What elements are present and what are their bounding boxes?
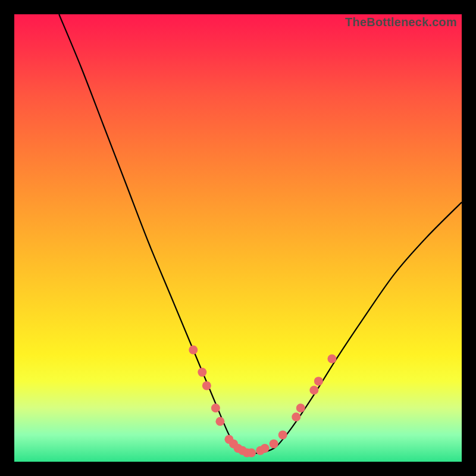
- curve-markers: [189, 346, 336, 458]
- curve-marker: [247, 448, 256, 457]
- curve-marker: [189, 346, 198, 355]
- curve-marker: [309, 386, 318, 394]
- curve-marker: [278, 430, 287, 439]
- curve-marker: [270, 439, 278, 448]
- curve-marker: [215, 417, 224, 426]
- chart-frame: TheBottleneck.com: [0, 0, 476, 476]
- curve-layer: [14, 14, 462, 462]
- chart-plot-area: TheBottleneck.com: [14, 14, 462, 462]
- curve-marker: [198, 368, 206, 377]
- curve-marker: [211, 403, 220, 412]
- curve-marker: [314, 377, 323, 386]
- curve-marker: [292, 412, 300, 421]
- curve-marker: [261, 444, 270, 453]
- curve-marker: [202, 381, 211, 390]
- curve-marker: [327, 355, 336, 364]
- bottleneck-curve: [59, 14, 462, 453]
- curve-marker: [296, 403, 305, 412]
